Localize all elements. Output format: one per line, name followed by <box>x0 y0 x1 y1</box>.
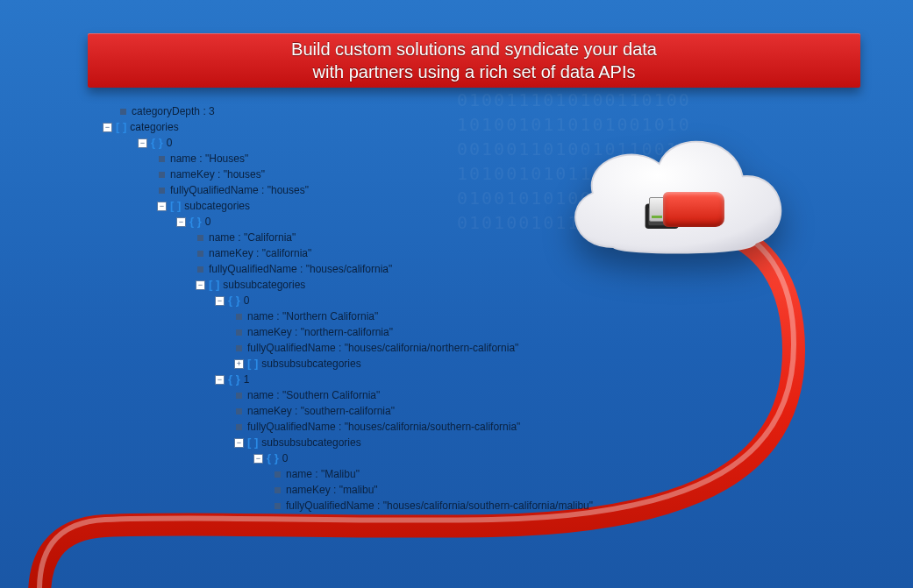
leaf-icon <box>197 251 203 257</box>
leaf-text: fullyQualifiedName : "houses" <box>170 182 309 198</box>
expand-icon[interactable]: + <box>234 359 244 369</box>
leaf-icon <box>159 156 165 162</box>
collapse-icon[interactable]: − <box>196 280 205 290</box>
node-label: subcategories <box>184 198 250 214</box>
leaf-text: nameKey : "southern-california" <box>247 403 395 419</box>
leaf-text: fullyQualifiedName : "houses/california/… <box>247 340 518 356</box>
tree-row: fullyQualifiedName : "houses" <box>118 182 593 198</box>
node-label: subsubcategories <box>223 277 305 293</box>
leaf-text: name : "Northern California" <box>247 308 378 324</box>
object-icon: { } <box>151 135 163 151</box>
leaf-text: fullyQualifiedName : "houses/california/… <box>247 419 520 435</box>
leaf-icon <box>275 471 281 478</box>
tree-row: − [ ] subsubsubcategories <box>118 435 593 450</box>
tree-row: nameKey : "southern-california" <box>118 403 593 419</box>
headline-banner: Build custom solutions and syndicate you… <box>88 33 860 88</box>
leaf-text: name : "Houses" <box>170 151 248 166</box>
slide-frame: 0100111010100110100 1010010110101001010 … <box>0 0 913 588</box>
leaf-text: categoryDepth : 3 <box>132 103 215 119</box>
array-icon: [ ] <box>170 198 181 214</box>
leaf-text: nameKey : "houses" <box>170 166 265 182</box>
leaf-icon <box>236 393 242 399</box>
leaf-text: nameKey : "malibu" <box>286 482 378 498</box>
tree-row: − { } 0 <box>118 450 593 466</box>
array-icon: [ ] <box>209 277 219 293</box>
leaf-icon <box>197 266 203 273</box>
tree-row: nameKey : "malibu" <box>118 482 593 498</box>
headline-line-1: Build custom solutions and syndicate you… <box>291 38 657 60</box>
node-index: 0 <box>205 214 211 230</box>
leaf-icon <box>275 487 281 493</box>
leaf-icon <box>236 424 242 430</box>
collapse-icon[interactable]: − <box>234 438 244 448</box>
object-icon: { } <box>228 293 240 308</box>
json-tree: categoryDepth : 3 − [ ] categories − { }… <box>118 103 593 514</box>
node-index: 1 <box>244 372 250 387</box>
leaf-icon <box>236 314 242 320</box>
leaf-icon <box>159 172 165 178</box>
tree-row: − { } 0 <box>118 135 593 151</box>
node-label: categories <box>130 119 178 135</box>
headline-line-2: with partners using a rich set of data A… <box>291 60 657 83</box>
leaf-icon <box>236 345 242 351</box>
tree-row: nameKey : "northern-california" <box>118 324 593 340</box>
tree-row: name : "Houses" <box>118 151 593 166</box>
tree-row: name : "Malibu" <box>118 466 593 482</box>
tree-row: − { } 0 <box>118 293 593 308</box>
leaf-text: name : "California" <box>209 230 296 245</box>
leaf-icon <box>159 188 165 194</box>
object-icon: { } <box>267 450 279 466</box>
tree-row: name : "Southern California" <box>118 387 593 403</box>
leaf-text: name : "Southern California" <box>247 387 380 403</box>
leaf-text: nameKey : "california" <box>209 245 311 261</box>
leaf-icon <box>236 408 242 414</box>
leaf-text: fullyQualifiedName : "houses/california" <box>209 261 392 277</box>
tree-row: name : "California" <box>118 230 593 245</box>
tree-row: fullyQualifiedName : "houses/california/… <box>118 340 593 356</box>
leaf-text: name : "Malibu" <box>286 466 360 482</box>
collapse-icon[interactable]: − <box>138 138 147 148</box>
collapse-icon[interactable]: − <box>157 202 167 211</box>
tree-row: nameKey : "california" <box>118 245 593 261</box>
tree-row: name : "Northern California" <box>118 308 593 324</box>
node-index: 0 <box>244 293 250 308</box>
tree-row: nameKey : "houses" <box>118 166 593 182</box>
node-index: 0 <box>167 135 173 151</box>
object-icon: { } <box>228 372 240 387</box>
tree-row: + [ ] subsubsubcategories <box>118 356 593 372</box>
tree-row: fullyQualifiedName : "houses/california/… <box>118 419 593 435</box>
tree-row: − [ ] subcategories <box>118 198 593 214</box>
ethernet-plug <box>646 188 724 230</box>
tree-row: fullyQualifiedName : "houses/california" <box>118 261 593 277</box>
tree-row: − { } 0 <box>118 214 593 230</box>
leaf-text: fullyQualifiedName : "houses/california/… <box>286 498 593 514</box>
object-icon: { } <box>189 214 202 230</box>
tree-row: − [ ] categories <box>103 119 593 135</box>
leaf-icon <box>275 503 281 509</box>
node-index: 0 <box>282 450 289 466</box>
leaf-icon <box>120 109 126 115</box>
array-icon: [ ] <box>247 435 258 450</box>
leaf-text: nameKey : "northern-california" <box>247 324 393 340</box>
collapse-icon[interactable]: − <box>215 375 225 385</box>
collapse-icon[interactable]: − <box>215 296 225 306</box>
collapse-icon[interactable]: − <box>253 454 263 464</box>
array-icon: [ ] <box>247 356 258 372</box>
leaf-icon <box>236 329 242 336</box>
collapse-icon[interactable]: − <box>103 123 112 132</box>
tree-row: fullyQualifiedName : "houses/california/… <box>118 498 593 514</box>
node-label: subsubsubcategories <box>261 356 360 372</box>
array-icon: [ ] <box>116 119 126 135</box>
node-label: subsubsubcategories <box>261 435 360 450</box>
tree-row: categoryDepth : 3 <box>118 103 593 119</box>
tree-row: − { } 1 <box>118 372 593 387</box>
collapse-icon[interactable]: − <box>176 217 186 227</box>
tree-row: − [ ] subsubcategories <box>118 277 593 293</box>
leaf-icon <box>197 235 203 241</box>
